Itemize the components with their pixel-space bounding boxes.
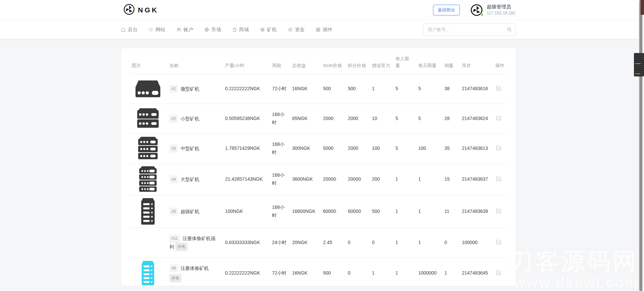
nav-item-1[interactable]: 后台: [121, 26, 138, 33]
coin-icon: [288, 27, 293, 32]
name-cell: #2小型矿机: [167, 104, 222, 134]
output-cell: 1.78571429NGK: [222, 134, 269, 164]
sales-cell: 11: [442, 195, 459, 228]
total-income-cell: 16800NGK: [289, 195, 320, 228]
ngk-price-cell: 2000: [320, 104, 345, 134]
operation-cell: [493, 134, 507, 164]
operation-cell: [493, 228, 507, 258]
miner-tower-cyan-image: [132, 260, 164, 286]
stock-cell: 2147483624: [459, 104, 493, 134]
column-header-7: 积分价格: [345, 50, 369, 74]
nav-item-2[interactable]: 网站: [149, 26, 165, 33]
sales-cell: 28: [442, 104, 459, 134]
point-price-cell: 500: [345, 74, 369, 104]
output-cell: 0.22222222NGK: [222, 258, 269, 286]
scrollbar-minimap-widget[interactable]: [634, 53, 644, 76]
chip-icon: [260, 27, 265, 32]
gift-power-cell: 10: [369, 104, 393, 134]
nav-item-5[interactable]: 商城: [232, 26, 249, 33]
edit-icon[interactable]: [495, 114, 502, 121]
edit-icon[interactable]: [495, 269, 502, 276]
miner-id-badge: #8: [169, 264, 178, 272]
edit-icon[interactable]: [495, 84, 502, 92]
column-header-9: 每人限量: [393, 50, 416, 74]
operation-cell: [493, 164, 507, 195]
per-day-limit-cell: 5: [416, 104, 442, 134]
period-cell: 168小时: [269, 104, 289, 134]
nav-item-7[interactable]: 资金: [288, 26, 305, 33]
miner-name: 小型矿机: [180, 116, 199, 121]
globe-icon: [204, 27, 209, 32]
miner-id-badge: #4: [169, 175, 178, 183]
period-cell: 168小时: [269, 134, 289, 164]
miner-1u-image: [132, 79, 164, 99]
output-cell: 100NGK: [222, 195, 269, 228]
column-header-11: 销量: [442, 50, 459, 74]
period-cell: 72小时: [269, 258, 289, 286]
nav-item-6[interactable]: 矿机: [260, 26, 277, 33]
sales-cell: 0: [442, 228, 459, 258]
total-income-cell: 300NGK: [289, 134, 320, 164]
scrollbar-track[interactable]: [638, 0, 644, 291]
miner-id-badge: #3: [169, 144, 178, 153]
column-header-4: 周期: [269, 50, 289, 74]
ngk-logo-icon: [123, 4, 135, 16]
users-icon: [176, 27, 181, 32]
column-header-6: NGK价格: [320, 50, 345, 74]
point-price-cell: 20000: [345, 164, 369, 195]
edit-icon[interactable]: [495, 175, 502, 182]
per-day-limit-cell: 5: [416, 74, 442, 104]
nav-item-4[interactable]: 市场: [204, 26, 221, 33]
admin-info[interactable]: 超级管理员 117.152.16.182: [470, 3, 516, 17]
gift-power-cell: 100: [369, 134, 393, 164]
search-input[interactable]: [423, 23, 516, 36]
column-header-2: 名称: [167, 50, 222, 74]
per-day-limit-cell: 1: [416, 195, 442, 228]
column-header-10: 每天限量: [416, 50, 442, 74]
per-user-limit-cell: 1: [393, 228, 416, 258]
output-cell: 0.50595238NGK: [222, 104, 269, 134]
column-header-3: 产量/小时: [222, 50, 269, 74]
point-price-cell: 2000: [345, 104, 369, 134]
nav-list: 后台网站账户市场商城矿机资金插件: [121, 26, 332, 33]
column-header-13: 操作: [493, 50, 507, 74]
miner-name: 超级矿机: [180, 209, 199, 214]
miner-row-5: #5超级矿机100NGK168小时16800NGK600006000050011…: [129, 195, 507, 228]
per-day-limit-cell: 1: [416, 164, 442, 195]
total-income-cell: 3600NGK: [289, 164, 320, 195]
back-to-front-button[interactable]: 返回前台: [433, 5, 460, 15]
admin-text: 超级管理员 117.152.16.182: [487, 4, 516, 16]
stop-sale-badge: 停售: [169, 274, 181, 282]
period-cell: 168小时: [269, 164, 289, 195]
nav-item-label: 网站: [156, 26, 165, 33]
column-header-5: 总收益: [289, 50, 320, 74]
search-icon[interactable]: [507, 27, 512, 34]
miner-name: 注册体验矿机: [180, 266, 209, 271]
column-header-1: 图片: [129, 50, 167, 74]
miner-name: 中型矿机: [180, 146, 199, 151]
edit-icon[interactable]: [495, 207, 502, 214]
per-user-limit-cell: 1: [393, 195, 416, 228]
nav-item-label: 商城: [239, 26, 249, 33]
miner-row-11: #11注册体验矿机福利 停售0.83333333NGK24小时20NGK2.45…: [129, 228, 507, 258]
admin-ip: 117.152.16.182: [487, 10, 516, 16]
nav-item-8[interactable]: 插件: [316, 26, 332, 33]
operation-cell: [493, 104, 507, 134]
nav-item-3[interactable]: 账户: [176, 26, 193, 33]
per-user-limit-cell: 1: [393, 258, 416, 286]
per-user-limit-cell: 5: [393, 74, 416, 104]
brand-logo[interactable]: NGK: [123, 4, 159, 16]
miner-2u-image: [132, 108, 164, 129]
stock-cell: 100000: [459, 228, 493, 258]
list-icon: [149, 27, 154, 32]
edit-icon[interactable]: [495, 144, 502, 151]
per-day-limit-cell: 1: [416, 228, 442, 258]
miner-table-card: 图片名称产量/小时周期总收益NGK价格积分价格赠送算力每人限量每天限量销量库存操…: [121, 48, 516, 286]
miner-row-2: #2小型矿机0.50595238NGK168小时85NGK20002000105…: [129, 104, 507, 134]
scrollbar-thumb[interactable]: [639, 0, 642, 291]
gift-power-cell: 200: [369, 164, 393, 195]
edit-icon[interactable]: [495, 238, 502, 245]
name-cell: #3中型矿机: [167, 134, 222, 164]
stock-cell: 2147483637: [459, 164, 493, 195]
miner-row-4: #4大型矿机21.42857143NGK168小时3600NGK20000200…: [129, 164, 507, 195]
